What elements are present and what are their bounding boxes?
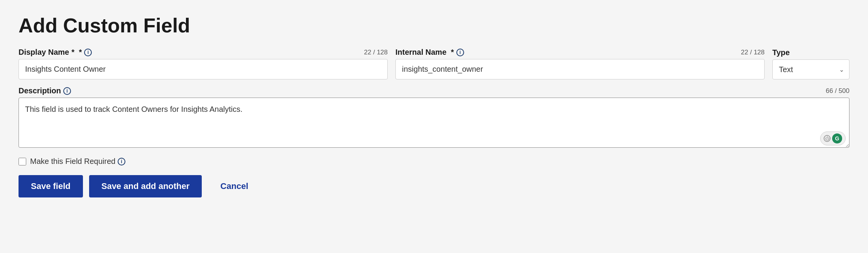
display-name-input[interactable] <box>19 59 388 79</box>
required-row: Make this Field Required i <box>19 157 849 166</box>
internal-name-count: 22 / 128 <box>741 49 765 56</box>
description-count: 66 / 500 <box>826 87 849 95</box>
display-name-label-row: Display Name * * i 22 / 128 <box>19 48 388 57</box>
display-name-group: Display Name * * i 22 / 128 <box>19 48 388 79</box>
grammarly-g-icon: G <box>832 133 842 143</box>
cancel-button[interactable]: Cancel <box>208 175 260 197</box>
display-name-count: 22 / 128 <box>364 49 388 56</box>
form-row-names: Display Name * * i 22 / 128 Internal Nam… <box>19 48 849 79</box>
description-label-row: Description i 66 / 500 <box>19 86 849 95</box>
type-label: Type <box>772 48 790 57</box>
description-section: Description i 66 / 500 This field is use… <box>19 86 849 149</box>
type-label-row: Type <box>772 48 849 57</box>
description-label: Description i <box>19 86 71 95</box>
make-required-label: Make this Field Required i <box>30 157 125 166</box>
internal-name-info-icon[interactable]: i <box>456 49 464 56</box>
description-textarea[interactable]: This field is used to track Content Owne… <box>19 98 849 148</box>
internal-name-label: Internal Name * i <box>395 48 464 57</box>
save-and-add-another-button[interactable]: Save and add another <box>89 175 202 197</box>
display-name-label: Display Name * * i <box>19 48 92 57</box>
type-select[interactable]: Text Number Date Boolean <box>772 59 849 79</box>
display-name-info-icon[interactable]: i <box>84 49 92 56</box>
type-group: Type Text Number Date Boolean ⌄ <box>772 48 849 79</box>
actions-row: Save field Save and add another Cancel <box>19 175 849 197</box>
description-info-icon[interactable]: i <box>63 87 71 95</box>
page-title: Add Custom Field <box>19 14 849 37</box>
make-required-checkbox[interactable] <box>19 158 26 165</box>
description-textarea-wrapper: This field is used to track Content Owne… <box>19 98 849 149</box>
save-field-button[interactable]: Save field <box>19 175 83 197</box>
page-container: Add Custom Field Display Name * * i 22 /… <box>0 0 868 253</box>
type-select-wrapper: Text Number Date Boolean ⌄ <box>772 59 849 79</box>
make-required-info-icon[interactable]: i <box>118 158 125 165</box>
internal-name-label-row: Internal Name * i 22 / 128 <box>395 48 765 57</box>
internal-name-group: Internal Name * i 22 / 128 <box>395 48 765 79</box>
internal-name-input[interactable] <box>395 59 765 79</box>
grammarly-badge[interactable]: ⏻ G <box>820 132 846 145</box>
grammarly-power-icon: ⏻ <box>824 135 831 142</box>
